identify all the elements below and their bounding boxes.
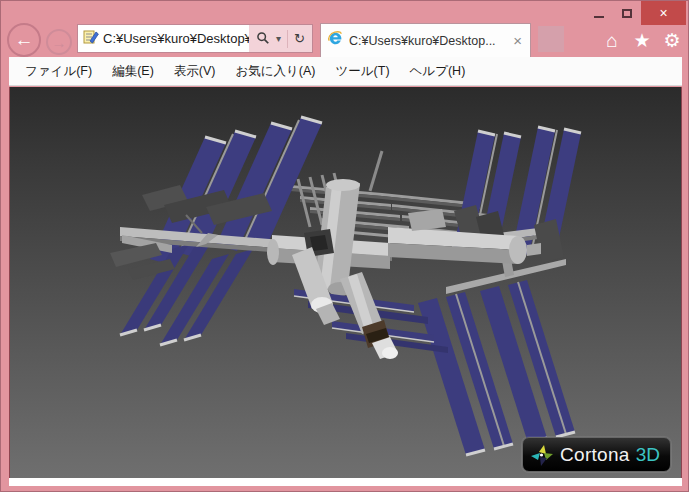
iss-model <box>10 87 682 478</box>
3d-viewport[interactable]: Cortona3D <box>9 87 682 478</box>
home-button[interactable]: ⌂ <box>600 28 624 52</box>
browser-tab[interactable]: C:¥Users¥kuro¥Desktop... × <box>320 23 531 57</box>
navigation-bar: ← → ▾ ↻ <box>1 1 689 57</box>
back-icon: ← <box>15 29 34 51</box>
menu-item-edit[interactable]: 編集(E) <box>102 57 164 85</box>
status-strip <box>9 478 682 486</box>
browser-window: { "window": { "controls": { "close_glyph… <box>0 0 689 492</box>
menu-item-file[interactable]: ファイル(F) <box>15 57 102 85</box>
cortona-logo-3d: 3D <box>636 444 660 466</box>
forward-icon: → <box>52 34 67 51</box>
address-buttons: ▾ ↻ <box>249 25 312 52</box>
menu-item-tools[interactable]: ツール(T) <box>326 57 400 85</box>
tools-button[interactable]: ⚙ <box>660 28 684 52</box>
forward-button[interactable]: → <box>46 29 72 55</box>
cortona-logo-text: Cortona <box>560 444 630 466</box>
menu-bar: ファイル(F) 編集(E) 表示(V) お気に入り(A) ツール(T) ヘルプ(… <box>9 57 682 86</box>
menu-item-help[interactable]: ヘルプ(H) <box>400 57 476 85</box>
menu-item-view[interactable]: 表示(V) <box>164 57 226 85</box>
search-dropdown-icon[interactable]: ▾ <box>276 34 281 44</box>
refresh-icon[interactable]: ↻ <box>294 32 305 45</box>
address-bar[interactable]: ▾ ↻ <box>77 24 313 53</box>
vrml-file-icon <box>83 29 99 49</box>
gear-icon: ⚙ <box>663 31 680 50</box>
cortona3d-logo: Cortona3D <box>522 437 671 472</box>
back-button[interactable]: ← <box>7 23 41 57</box>
search-icon[interactable] <box>256 31 270 47</box>
tab-title: C:¥Users¥kuro¥Desktop... <box>349 34 511 48</box>
menu-item-favorites[interactable]: お気に入り(A) <box>225 57 325 85</box>
browser-action-icons: ⌂ ★ ⚙ <box>600 28 684 52</box>
star-icon: ★ <box>633 31 650 50</box>
divider <box>287 30 288 48</box>
new-tab-button[interactable] <box>538 26 564 52</box>
tab-close-icon[interactable]: × <box>511 32 524 49</box>
ie-logo-icon <box>327 30 344 51</box>
home-icon: ⌂ <box>606 31 617 50</box>
favorites-button[interactable]: ★ <box>630 28 654 52</box>
address-input[interactable] <box>103 31 249 46</box>
cortona-pinwheel-icon <box>530 443 554 467</box>
